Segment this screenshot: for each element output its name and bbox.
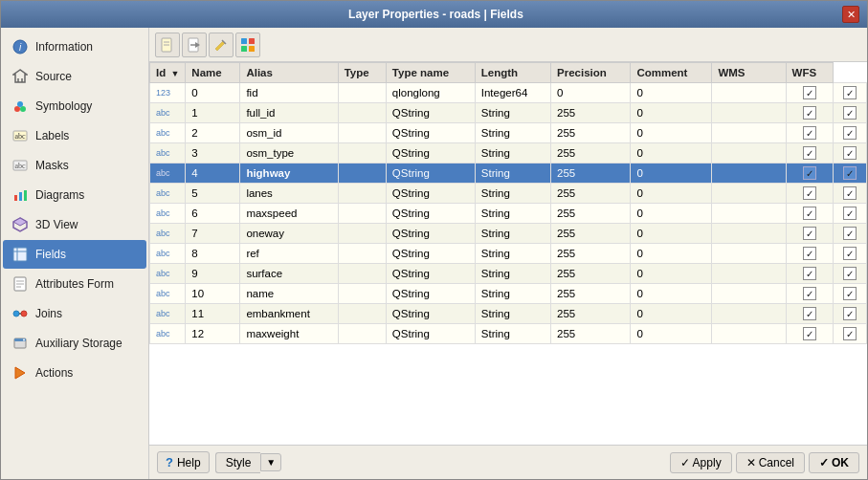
cancel-label: Cancel xyxy=(759,456,794,469)
field-id: 4 xyxy=(186,164,240,184)
field-type-icon: abc xyxy=(150,284,186,304)
table-row[interactable]: abc8refQStringString2550✓✓ xyxy=(150,244,867,264)
sidebar-item-joins[interactable]: Joins xyxy=(3,299,146,328)
wfs-checkbox-display: ✓ xyxy=(843,287,857,300)
sidebar-item-diagrams[interactable]: Diagrams xyxy=(3,181,146,209)
sidebar-item-source[interactable]: Source xyxy=(3,62,146,91)
field-type-name: String xyxy=(475,304,550,324)
wms-checkbox-display: ✓ xyxy=(803,227,816,240)
field-wfs-checkbox[interactable]: ✓ xyxy=(834,164,867,184)
field-wfs-checkbox[interactable]: ✓ xyxy=(834,324,867,344)
toolbar-btn-1[interactable] xyxy=(182,33,207,57)
table-row[interactable]: abc9surfaceQStringString2550✓✓ xyxy=(150,264,867,284)
sidebar: iInformationSourceSymbologyabcLabelsabcM… xyxy=(1,28,149,479)
wfs-checkbox-display: ✓ xyxy=(843,186,857,200)
field-wfs-checkbox[interactable]: ✓ xyxy=(834,264,867,284)
toolbar-btn-3[interactable] xyxy=(235,33,260,57)
col-header-id[interactable]: Id ▼ xyxy=(150,63,186,83)
field-name: oneway xyxy=(240,224,338,244)
sidebar-item-symbology[interactable]: Symbology xyxy=(3,92,146,120)
field-wms-checkbox[interactable]: ✓ xyxy=(786,324,834,344)
table-row[interactable]: abc1full_idQStringString2550✓✓ xyxy=(150,103,867,123)
wms-checkbox-display: ✓ xyxy=(803,106,816,120)
col-header-precision: Precision xyxy=(551,63,631,83)
table-row[interactable]: abc12maxweightQStringString2550✓✓ xyxy=(150,324,867,344)
field-alias xyxy=(338,304,386,324)
sidebar-item-3dview[interactable]: 3D View xyxy=(3,210,146,239)
field-wfs-checkbox[interactable]: ✓ xyxy=(834,204,867,224)
bottom-left: ? Help Style ▼ xyxy=(157,451,281,473)
sidebar-item-auxiliary-storage[interactable]: Auxiliary Storage xyxy=(3,329,146,358)
sidebar-item-attributes-form[interactable]: Attributes Form xyxy=(3,270,146,298)
fields-table-container[interactable]: Id ▼NameAliasTypeType nameLengthPrecisio… xyxy=(149,62,867,445)
field-type: QString xyxy=(386,123,475,143)
field-wms-checkbox[interactable]: ✓ xyxy=(786,264,834,284)
svg-marker-30 xyxy=(15,367,25,379)
help-button[interactable]: ? Help xyxy=(157,451,210,473)
table-row[interactable]: 1230fidqlonglongInteger6400✓✓ xyxy=(150,83,867,103)
field-wfs-checkbox[interactable]: ✓ xyxy=(834,184,867,204)
field-wms-checkbox[interactable]: ✓ xyxy=(786,143,834,164)
ok-button[interactable]: ✓ OK xyxy=(809,452,859,473)
field-wfs-checkbox[interactable]: ✓ xyxy=(834,304,867,324)
main-content: iInformationSourceSymbologyabcLabelsabcM… xyxy=(1,28,867,479)
sidebar-item-actions[interactable]: Actions xyxy=(3,359,146,387)
field-id: 7 xyxy=(186,224,240,244)
field-wms-checkbox[interactable]: ✓ xyxy=(786,304,834,324)
field-wfs-checkbox[interactable]: ✓ xyxy=(834,143,867,164)
table-row[interactable]: abc5lanesQStringString2550✓✓ xyxy=(150,184,867,204)
field-wms-checkbox[interactable]: ✓ xyxy=(786,224,834,244)
wms-checkbox-display: ✓ xyxy=(803,166,816,180)
field-type-icon: abc xyxy=(150,204,186,224)
cancel-button[interactable]: ✕ Cancel xyxy=(736,452,805,473)
field-wms-checkbox[interactable]: ✓ xyxy=(786,244,834,264)
close-button[interactable]: ✕ xyxy=(842,6,859,23)
field-wms-checkbox[interactable]: ✓ xyxy=(786,123,834,143)
field-comment xyxy=(712,244,786,264)
field-id: 0 xyxy=(186,83,240,103)
wfs-checkbox-display: ✓ xyxy=(843,86,857,99)
field-wfs-checkbox[interactable]: ✓ xyxy=(834,83,867,103)
field-wms-checkbox[interactable]: ✓ xyxy=(786,103,834,123)
col-header-type: Type xyxy=(338,63,386,83)
table-row[interactable]: abc6maxspeedQStringString2550✓✓ xyxy=(150,204,867,224)
table-row[interactable]: abc2osm_idQStringString2550✓✓ xyxy=(150,123,867,143)
field-wfs-checkbox[interactable]: ✓ xyxy=(834,123,867,143)
svg-rect-17 xyxy=(13,248,27,261)
field-type-name: String xyxy=(475,224,550,244)
wfs-checkbox-display: ✓ xyxy=(843,146,857,160)
table-row[interactable]: abc11embankmentQStringString2550✓✓ xyxy=(150,304,867,324)
style-arrow-button[interactable]: ▼ xyxy=(260,453,281,471)
sidebar-item-fields[interactable]: Fields xyxy=(3,240,146,269)
field-name: maxweight xyxy=(240,324,338,344)
field-type-icon: abc xyxy=(150,184,186,204)
table-row[interactable]: abc7onewayQStringString2550✓✓ xyxy=(150,224,867,244)
field-wms-checkbox[interactable]: ✓ xyxy=(786,164,834,184)
table-row[interactable]: abc3osm_typeQStringString2550✓✓ xyxy=(150,143,867,164)
toolbar-btn-0[interactable] xyxy=(155,33,180,57)
bottom-right: ✓ Apply ✕ Cancel ✓ OK xyxy=(670,452,859,473)
sidebar-item-information[interactable]: iInformation xyxy=(3,33,146,61)
style-button[interactable]: Style xyxy=(215,452,261,473)
field-wms-checkbox[interactable]: ✓ xyxy=(786,83,834,103)
toolbar-btn-2[interactable] xyxy=(209,33,234,57)
wms-checkbox-display: ✓ xyxy=(803,327,816,340)
field-alias xyxy=(338,164,386,184)
field-length: 255 xyxy=(551,143,631,164)
field-wms-checkbox[interactable]: ✓ xyxy=(786,204,834,224)
sidebar-item-masks[interactable]: abcMasks xyxy=(3,151,146,180)
wfs-checkbox-display: ✓ xyxy=(843,126,857,140)
field-precision: 0 xyxy=(631,304,712,324)
field-wfs-checkbox[interactable]: ✓ xyxy=(834,224,867,244)
apply-button[interactable]: ✓ Apply xyxy=(670,452,732,473)
field-wfs-checkbox[interactable]: ✓ xyxy=(834,103,867,123)
field-wms-checkbox[interactable]: ✓ xyxy=(786,184,834,204)
table-row[interactable]: abc10nameQStringString2550✓✓ xyxy=(150,284,867,304)
table-row[interactable]: abc4highwayQStringString2550✓✓ xyxy=(150,164,867,184)
field-type-icon: abc xyxy=(150,304,186,324)
field-comment xyxy=(712,103,786,123)
field-wfs-checkbox[interactable]: ✓ xyxy=(834,284,867,304)
field-wfs-checkbox[interactable]: ✓ xyxy=(834,244,867,264)
sidebar-item-labels[interactable]: abcLabels xyxy=(3,121,146,150)
field-wms-checkbox[interactable]: ✓ xyxy=(786,284,834,304)
